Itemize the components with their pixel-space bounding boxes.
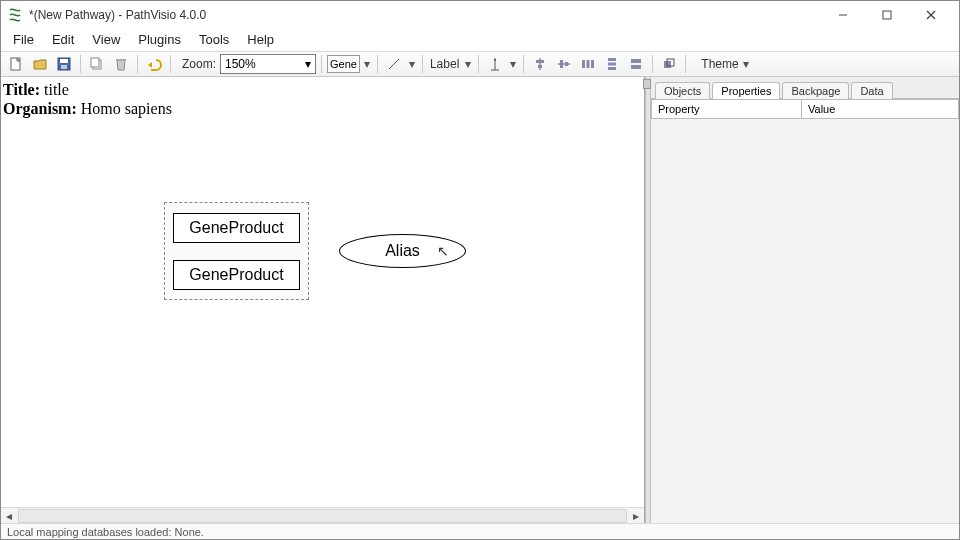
menu-tools[interactable]: Tools	[191, 30, 237, 49]
align-center-v-icon[interactable]	[553, 53, 575, 75]
svg-marker-12	[148, 62, 152, 68]
line-tool-dropdown[interactable]: ▾	[407, 57, 417, 71]
datanode-tool[interactable]: Gene	[327, 55, 360, 73]
theme-dropdown[interactable]: ▾	[741, 57, 751, 71]
svg-rect-10	[91, 58, 99, 67]
order-icon[interactable]	[658, 53, 680, 75]
datanode-dropdown[interactable]: ▾	[362, 57, 372, 71]
tab-objects[interactable]: Objects	[655, 82, 710, 99]
align-center-h-icon[interactable]	[529, 53, 551, 75]
properties-table: Property Value	[651, 99, 959, 523]
svg-rect-28	[608, 67, 616, 70]
delete-icon[interactable]	[110, 53, 132, 75]
splitter[interactable]	[645, 77, 651, 523]
minimize-button[interactable]	[821, 3, 865, 27]
open-file-icon[interactable]	[29, 53, 51, 75]
anchor-tool-icon[interactable]	[484, 53, 506, 75]
toolbar: Zoom: 150% ▾ Gene ▾ ▾ Label ▾ ▾ Theme ▾	[1, 51, 959, 77]
title-label: Title:	[3, 81, 40, 98]
zoom-select[interactable]: 150% ▾	[220, 54, 316, 74]
svg-rect-25	[591, 60, 594, 68]
title-value[interactable]: title	[44, 81, 69, 98]
distribute-h-icon[interactable]	[577, 53, 599, 75]
svg-rect-8	[61, 65, 67, 69]
tab-properties[interactable]: Properties	[712, 82, 780, 99]
distribute-v-icon[interactable]	[601, 53, 623, 75]
scroll-left-icon[interactable]: ◂	[1, 508, 17, 524]
column-value[interactable]: Value	[801, 99, 959, 119]
undo-icon[interactable]	[143, 53, 165, 75]
svg-rect-30	[631, 65, 641, 69]
tab-data[interactable]: Data	[851, 82, 892, 99]
svg-rect-22	[565, 62, 568, 66]
cursor-icon: ↖	[437, 243, 449, 259]
chevron-down-icon: ▾	[305, 57, 311, 71]
horizontal-scrollbar[interactable]: ◂ ▸	[1, 507, 644, 523]
svg-line-13	[389, 59, 399, 69]
splitter-handle-icon[interactable]	[643, 79, 651, 89]
svg-point-16	[494, 59, 496, 61]
svg-rect-21	[560, 60, 563, 68]
organism-value[interactable]: Homo sapiens	[81, 100, 172, 117]
app-icon	[7, 7, 23, 23]
theme-label: Theme	[701, 57, 738, 71]
window-title: *(New Pathway) - PathVisio 4.0.0	[29, 8, 206, 22]
gene-product-node-1[interactable]: GeneProduct	[173, 213, 300, 243]
save-file-icon[interactable]	[53, 53, 75, 75]
anchor-tool-dropdown[interactable]: ▾	[508, 57, 518, 71]
svg-rect-24	[587, 60, 590, 68]
pathway-canvas[interactable]: GeneProduct GeneProduct Alias ↖	[1, 118, 644, 507]
svg-rect-18	[536, 60, 544, 63]
zoom-value: 150%	[225, 57, 256, 71]
svg-rect-26	[608, 58, 616, 61]
zoom-label: Zoom:	[182, 57, 216, 71]
menu-view[interactable]: View	[84, 30, 128, 49]
menu-file[interactable]: File	[5, 30, 42, 49]
svg-rect-7	[60, 59, 68, 63]
menu-bar: File Edit View Plugins Tools Help	[1, 29, 959, 51]
copy-icon[interactable]	[86, 53, 108, 75]
maximize-button[interactable]	[865, 3, 909, 27]
gene-product-node-2[interactable]: GeneProduct	[173, 260, 300, 290]
svg-rect-19	[538, 65, 542, 68]
label-tool[interactable]: Label	[428, 57, 461, 71]
close-button[interactable]	[909, 3, 953, 27]
side-tabs: Objects Properties Backpage Data	[651, 77, 959, 99]
svg-rect-23	[582, 60, 585, 68]
svg-rect-11	[116, 59, 126, 61]
column-property[interactable]: Property	[651, 99, 801, 119]
menu-help[interactable]: Help	[239, 30, 282, 49]
scroll-track[interactable]	[18, 509, 627, 523]
line-tool-icon[interactable]	[383, 53, 405, 75]
scroll-right-icon[interactable]: ▸	[628, 508, 644, 524]
organism-label: Organism:	[3, 100, 77, 117]
svg-rect-1	[883, 11, 891, 19]
tab-backpage[interactable]: Backpage	[782, 82, 849, 99]
new-file-icon[interactable]	[5, 53, 27, 75]
svg-rect-27	[608, 63, 616, 66]
menu-plugins[interactable]: Plugins	[130, 30, 189, 49]
svg-rect-29	[631, 59, 641, 63]
menu-edit[interactable]: Edit	[44, 30, 82, 49]
statusbar-text: Local mapping databases loaded: None.	[7, 526, 204, 538]
pathway-info: Title: title Organism: Homo sapiens	[1, 77, 644, 118]
stack-icon[interactable]	[625, 53, 647, 75]
label-tool-dropdown[interactable]: ▾	[463, 57, 473, 71]
